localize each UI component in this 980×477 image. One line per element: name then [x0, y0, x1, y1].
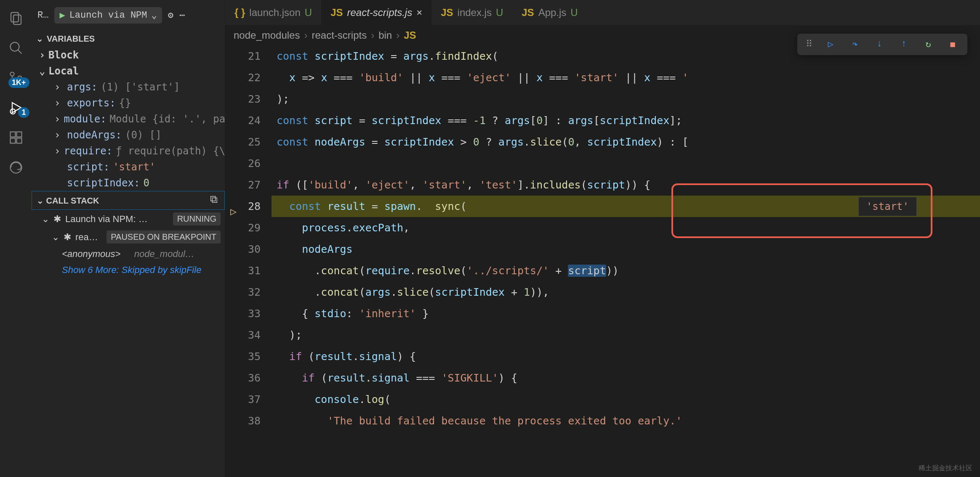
variable-row[interactable]: ›exports: {}	[32, 95, 225, 111]
svg-point-2	[10, 42, 19, 51]
svg-rect-15	[212, 198, 217, 202]
code-line[interactable]: 36 if (result.signal === 'SIGKILL') {	[225, 367, 980, 389]
chevron-right-icon: ›	[39, 49, 48, 61]
step-over-button[interactable]: ↷	[849, 39, 861, 50]
code-line[interactable]: 22 x => x === 'build' || x === 'eject' |…	[225, 67, 980, 88]
close-icon[interactable]: ×	[416, 7, 422, 19]
chevron-right-icon	[54, 177, 64, 189]
drag-handle-icon[interactable]: ⠿	[806, 39, 812, 50]
watermark-text: 稀土掘金技术社区	[919, 464, 972, 473]
variable-row[interactable]: ›module: Module {id: '.', path…	[32, 111, 225, 127]
line-number: 22	[225, 67, 272, 88]
variable-row[interactable]: script: 'start'	[32, 159, 225, 175]
variable-row[interactable]: ›nodeArgs: (0) []	[32, 127, 225, 143]
gear-icon[interactable]: ⚙	[168, 10, 173, 21]
code-line[interactable]: 33 { stdio: 'inherit' }	[225, 303, 980, 324]
scope-block[interactable]: › Block	[32, 47, 225, 63]
svg-rect-10	[16, 132, 21, 137]
bug-icon: ✱	[53, 214, 61, 225]
svg-point-4	[10, 72, 14, 76]
line-number: 33	[225, 303, 272, 324]
chevron-right-icon: ›	[54, 129, 64, 141]
chevron-down-icon: ⌄	[52, 232, 59, 243]
more-icon[interactable]: ⋯	[179, 10, 185, 21]
editor-tab[interactable]: JSreact-scripts.js×	[321, 0, 431, 25]
debug-action-bar: ⠿ ▷ ↷ ↓ ↑ ↻ ◼	[797, 34, 967, 55]
code-line[interactable]: 35 if (result.signal) {	[225, 346, 980, 367]
line-number: 30	[225, 238, 272, 260]
stop-button[interactable]: ◼	[946, 39, 959, 50]
code-line[interactable]: 37 console.log(	[225, 389, 980, 410]
debug-session-row[interactable]: ⌄ ✱ Launch via NPM: … RUNNING	[32, 210, 225, 228]
editor-tabs: { }launch.jsonUJSreact-scripts.js×JSinde…	[225, 0, 980, 25]
call-stack-title: ⌄ CALL STACK	[36, 196, 99, 206]
line-number: 27	[225, 174, 272, 196]
editor-tab[interactable]: JSindex.jsU	[431, 0, 512, 25]
call-stack-header[interactable]: ⌄ CALL STACK	[32, 191, 225, 210]
svg-rect-12	[16, 138, 21, 143]
run-debug-icon[interactable]: 1	[8, 100, 24, 115]
file-type-icon: JS	[441, 7, 453, 19]
line-number: 37	[225, 389, 272, 410]
source-control-icon[interactable]: 1K+	[8, 70, 24, 85]
git-status-badge: U	[570, 7, 578, 19]
code-line[interactable]: 25const nodeArgs = scriptIndex > 0 ? arg…	[225, 131, 980, 153]
launch-config-name: Launch via NPM	[69, 10, 147, 21]
continue-button[interactable]: ▷	[824, 39, 837, 50]
debug-thread-row[interactable]: ⌄ ✱ rea… PAUSED ON BREAKPOINT	[32, 228, 225, 246]
code-line[interactable]: 23);	[225, 88, 980, 110]
git-status-badge: U	[305, 7, 312, 19]
editor-tab[interactable]: JSApp.jsU	[512, 0, 587, 25]
line-number: 24	[225, 110, 272, 131]
code-line[interactable]: 31 .concat(require.resolve('../scripts/'…	[225, 260, 980, 281]
thread-status-badge: PAUSED ON BREAKPOINT	[107, 231, 221, 244]
play-icon: ▶	[59, 10, 65, 21]
line-number: 31	[225, 260, 272, 281]
code-line[interactable]: 34 );	[225, 324, 980, 346]
code-line[interactable]: 24const script = scriptIndex === -1 ? ar…	[225, 110, 980, 131]
editor-tab[interactable]: { }launch.jsonU	[225, 0, 321, 25]
svg-rect-11	[10, 138, 15, 143]
chevron-down-icon: ⌄	[42, 214, 49, 225]
code-editor[interactable]: 21const scriptIndex = args.findIndex(22 …	[225, 45, 980, 477]
svg-rect-14	[211, 196, 216, 201]
call-stack-body: ⌄ ✱ Launch via NPM: … RUNNING ⌄ ✱ rea… P…	[32, 210, 225, 278]
debug-toolbar: R… ▶ Launch via NPM ⌄ ⚙ ⋯	[32, 0, 225, 30]
variable-row[interactable]: scriptIndex: 0	[32, 175, 225, 191]
code-line[interactable]: 29 process.execPath,	[225, 217, 980, 238]
line-number: ▷28	[225, 196, 272, 217]
variables-header[interactable]: ⌄ VARIABLES	[32, 30, 225, 47]
line-number: 36	[225, 367, 272, 389]
step-into-button[interactable]: ↓	[873, 39, 886, 50]
search-icon[interactable]	[8, 40, 24, 56]
line-number: 38	[225, 410, 272, 432]
variable-row[interactable]: ›require: ƒ require(path) {\n …	[32, 143, 225, 159]
edge-icon[interactable]	[8, 160, 24, 175]
code-line[interactable]: 26	[225, 153, 980, 174]
extensions-icon[interactable]	[8, 130, 24, 145]
explorer-icon[interactable]	[8, 11, 24, 26]
scm-badge: 1K+	[8, 77, 29, 88]
line-number: 23	[225, 88, 272, 110]
variable-row[interactable]: ›args: (1) ['start']	[32, 79, 225, 95]
file-type-icon: JS	[330, 7, 343, 19]
run-label: R…	[37, 10, 48, 21]
show-more-frames[interactable]: Show 6 More: Skipped by skipFile	[32, 262, 225, 278]
collapse-all-icon[interactable]	[209, 195, 218, 206]
git-status-badge: U	[496, 7, 503, 19]
step-out-button[interactable]: ↑	[897, 39, 910, 50]
code-line[interactable]: 27if (['build', 'eject', 'start', 'test'…	[225, 174, 980, 196]
launch-config-select[interactable]: ▶ Launch via NPM ⌄	[54, 7, 162, 24]
chevron-right-icon	[54, 161, 64, 173]
svg-rect-0	[11, 13, 19, 22]
restart-button[interactable]: ↻	[922, 39, 935, 50]
session-status-badge: RUNNING	[173, 212, 221, 225]
stack-frame-row[interactable]: <anonymous> node_modul…	[32, 246, 225, 262]
scope-local[interactable]: ⌄ Local	[32, 63, 225, 79]
svg-rect-9	[10, 132, 15, 137]
line-number: 29	[225, 217, 272, 238]
code-line[interactable]: 30 nodeArgs	[225, 238, 980, 260]
code-line[interactable]: 38 'The build failed because the process…	[225, 410, 980, 432]
code-line[interactable]: 32 .concat(args.slice(scriptIndex + 1)),	[225, 281, 980, 303]
variables-title: VARIABLES	[47, 34, 95, 44]
